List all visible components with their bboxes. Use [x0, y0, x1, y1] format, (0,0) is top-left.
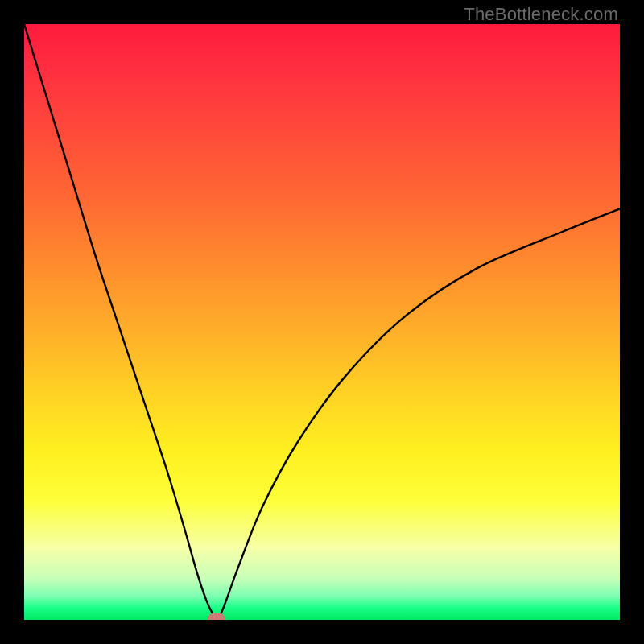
optimum-marker — [208, 613, 225, 620]
curve-path — [24, 24, 620, 617]
plot-area — [24, 24, 620, 620]
watermark-text: TheBottleneck.com — [464, 4, 618, 25]
chart-frame: TheBottleneck.com — [0, 0, 644, 644]
bottleneck-curve — [24, 24, 620, 620]
